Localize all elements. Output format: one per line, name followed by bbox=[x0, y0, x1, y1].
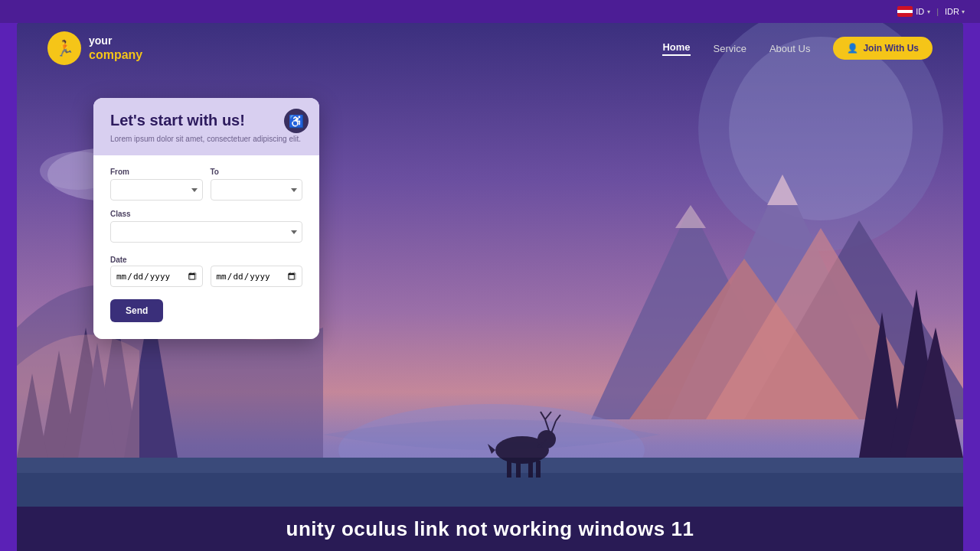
send-button[interactable]: Send bbox=[110, 299, 163, 322]
svg-rect-28 bbox=[516, 461, 521, 478]
logo-icon-glyph: 🏃 bbox=[55, 39, 74, 57]
form-icon-button[interactable]: ♿ bbox=[284, 109, 309, 133]
class-label: Class bbox=[110, 210, 302, 218]
svg-rect-30 bbox=[536, 461, 541, 478]
date-section: Date bbox=[110, 252, 302, 287]
nav-home[interactable]: Home bbox=[662, 41, 690, 56]
svg-rect-29 bbox=[528, 461, 533, 478]
website-container: 🏃 your company Home Service About Us 👤 J… bbox=[17, 21, 963, 551]
class-group: Class Economy Business First bbox=[110, 210, 302, 243]
currency-chevron: ▾ bbox=[962, 8, 965, 15]
join-icon: 👤 bbox=[847, 43, 858, 54]
top-bar: ID ▾ | IDR ▾ bbox=[0, 0, 980, 23]
currency-label: IDR bbox=[945, 7, 959, 16]
form-body: From City A City B To City A City B bbox=[93, 155, 319, 339]
accessibility-icon: ♿ bbox=[289, 114, 304, 129]
divider: | bbox=[936, 7, 939, 16]
flag-chevron: ▾ bbox=[927, 8, 930, 15]
from-label: From bbox=[110, 168, 203, 176]
date-label: Date bbox=[110, 256, 127, 264]
join-label: Join With Us bbox=[863, 43, 919, 54]
from-select[interactable]: City A City B bbox=[110, 179, 203, 201]
class-select[interactable]: Economy Business First bbox=[110, 221, 302, 243]
flag-selector[interactable]: ID ▾ bbox=[897, 6, 930, 17]
logo: 🏃 your company bbox=[47, 31, 142, 65]
logo-your: your bbox=[89, 34, 142, 47]
logo-icon: 🏃 bbox=[47, 31, 81, 65]
form-card: Let's start with us! Lorem ipsum dolor s… bbox=[93, 98, 319, 339]
flag-icon bbox=[897, 6, 913, 17]
form-title: Let's start with us! bbox=[110, 112, 302, 129]
to-group: To City A City B bbox=[211, 168, 303, 201]
to-select[interactable]: City A City B bbox=[211, 179, 303, 201]
form-subtitle: Lorem ipsum dolor sit amet, consectetuer… bbox=[110, 134, 302, 145]
bottom-text-content: unity oculus link not working windows 11 bbox=[286, 517, 694, 541]
from-to-row: From City A City B To City A City B bbox=[110, 168, 302, 201]
nav-service[interactable]: Service bbox=[714, 43, 746, 54]
currency-selector[interactable]: IDR ▾ bbox=[945, 7, 965, 16]
nav-about[interactable]: About Us bbox=[769, 43, 810, 54]
date-from-input[interactable] bbox=[110, 266, 203, 287]
from-group: From City A City B bbox=[110, 168, 203, 201]
date-to-input[interactable] bbox=[211, 266, 303, 287]
flag-label: ID bbox=[916, 7, 924, 16]
bottom-text-bar: unity oculus link not working windows 11 bbox=[17, 507, 963, 551]
form-header: Let's start with us! Lorem ipsum dolor s… bbox=[93, 98, 319, 155]
svg-rect-27 bbox=[507, 461, 511, 478]
svg-marker-11 bbox=[675, 205, 706, 228]
to-label: To bbox=[211, 168, 303, 176]
navbar: 🏃 your company Home Service About Us 👤 J… bbox=[17, 21, 963, 75]
logo-text: your company bbox=[89, 34, 142, 62]
logo-company: company bbox=[89, 47, 142, 62]
nav-links: Home Service About Us 👤 Join With Us bbox=[662, 37, 933, 60]
date-row bbox=[110, 266, 302, 287]
join-button[interactable]: 👤 Join With Us bbox=[833, 37, 933, 60]
